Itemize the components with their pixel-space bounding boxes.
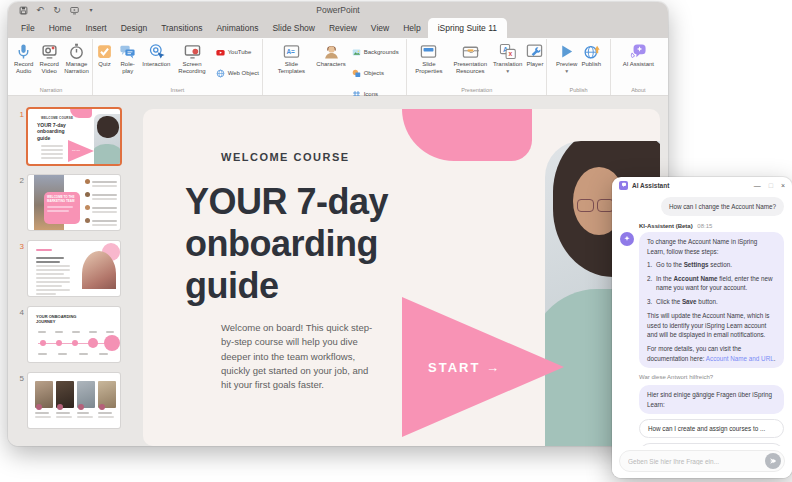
pink-text-box: WELCOME TO THE MARKETING TEAM <box>44 192 80 224</box>
group-label-narration: Narration <box>11 85 91 95</box>
maximize-icon[interactable]: □ <box>769 182 773 189</box>
minimize-icon[interactable]: — <box>754 182 761 189</box>
photo-cards <box>35 381 116 420</box>
desktop: ↶ ↻ ▾ PowerPoint File Home Insert Design… <box>0 0 792 482</box>
slide-properties-icon <box>420 42 437 60</box>
youtube-icon <box>216 43 225 61</box>
step-text: In the Account Name field, enter the new… <box>656 274 776 293</box>
slide-thumbnail-1[interactable]: WELCOME COURSE YOUR 7-day onboarding gui… <box>28 109 120 164</box>
translation-button[interactable]: Ax Translation ▼ <box>491 40 524 74</box>
ribbon: Record Audio Record Video Manage Narrati… <box>8 38 668 96</box>
assistant-message-row: To change the Account Name in iSpring Le… <box>620 232 784 368</box>
translation-dropdown-icon[interactable]: ▼ <box>505 69 510 74</box>
slide-properties-button[interactable]: Slide Properties <box>408 40 449 75</box>
slide-thumbnail-5[interactable] <box>28 373 120 428</box>
tab-review[interactable]: Review <box>322 18 364 38</box>
chat-input-pill[interactable] <box>619 450 785 472</box>
tab-transitions[interactable]: Transitions <box>154 18 209 38</box>
publish-button[interactable]: Publish <box>579 40 603 68</box>
quiz-check-icon <box>96 42 113 60</box>
youtube-button[interactable]: YouTube <box>216 43 259 61</box>
player-wrench-icon <box>526 42 543 60</box>
slide-thumbnail-2[interactable]: WELCOME TO THE MARKETING TEAM <box>28 175 120 230</box>
photo-glasses <box>577 199 614 212</box>
characters-button[interactable]: Characters <box>314 40 347 68</box>
interaction-button[interactable]: Interaction <box>140 40 172 68</box>
step-text: Go to the Settings section. <box>656 260 732 269</box>
objects-button[interactable]: Objects <box>352 64 399 82</box>
chat-transcript[interactable]: How can I change the Account Name? KI-As… <box>612 193 792 446</box>
send-button[interactable] <box>765 453 781 469</box>
ribbon-group-insert: Quiz Role-play Interaction Screen Record… <box>93 39 263 95</box>
presentation-resources-button[interactable]: Presentation Resources <box>450 40 491 75</box>
suggestions-intro-bubble: Hier sind einige gängige Fragen über iSp… <box>639 385 784 414</box>
group-label-publish: Publish <box>548 85 608 95</box>
chat-input[interactable] <box>628 458 765 465</box>
web-object-button[interactable]: Web Object <box>216 64 259 82</box>
slide-template-icon: A= <box>283 42 300 60</box>
tab-view[interactable]: View <box>364 18 396 38</box>
timeline-dot <box>104 335 120 351</box>
tab-ispring-suite[interactable]: iSpring Suite 11 <box>428 18 507 38</box>
send-arrow-icon <box>769 457 777 465</box>
tab-slide-show[interactable]: Slide Show <box>265 18 322 38</box>
microphone-icon <box>15 42 32 60</box>
backgrounds-button[interactable]: Backgrounds <box>352 43 399 61</box>
webcam-icon <box>41 42 58 60</box>
slide-thumbnail-4[interactable]: YOUR ONBOARDING JOURNEY <box>28 307 120 362</box>
ai-assistant-button[interactable]: AI Assistant <box>621 40 656 68</box>
record-video-button[interactable]: Record Video <box>36 40 62 75</box>
character-icon <box>323 42 340 60</box>
pink-blob-shape[interactable] <box>402 109 532 161</box>
start-arrow-shape[interactable]: START → <box>402 297 564 437</box>
text-line <box>38 329 114 335</box>
preview-dropdown-icon[interactable]: ▼ <box>564 69 569 74</box>
ai-titlebar: AI Assistant — □ × <box>612 177 792 193</box>
tab-insert[interactable]: Insert <box>78 18 113 38</box>
preview-button[interactable]: Preview ▼ <box>554 40 579 74</box>
ai-assistant-icon <box>630 42 647 60</box>
assistant-message-bubble: To change the Account Name in iSpring Le… <box>639 232 784 368</box>
message-timestamp: 08:15 <box>697 223 712 229</box>
start-button-label[interactable]: START → <box>428 360 501 375</box>
tab-help[interactable]: Help <box>396 18 427 38</box>
window-title: PowerPoint <box>8 2 668 18</box>
group-label-about: About <box>612 85 665 95</box>
feedback-question: War diese Antwort hilfreich? <box>639 374 784 380</box>
ai-avatar-sparkle-icon <box>620 232 634 246</box>
ai-assistant-window: AI Assistant — □ × How can I change the … <box>612 177 792 478</box>
group-label-insert: Insert <box>94 85 261 95</box>
user-message-bubble: How can I change the Account Name? <box>661 197 784 216</box>
slide-body-text[interactable]: Welcome on board! This quick step-by-ste… <box>221 321 373 392</box>
publish-globe-icon <box>583 42 600 60</box>
pink-blob-shape <box>70 109 92 118</box>
tab-animations[interactable]: Animations <box>209 18 265 38</box>
ribbon-group-presentation: Slide Properties Presentation Resources … <box>407 39 547 95</box>
timeline-dot <box>40 340 46 346</box>
slide-templates-button[interactable]: A= Slide Templates <box>268 40 314 75</box>
tab-home[interactable]: Home <box>42 18 79 38</box>
answer-more-details: For more details, you can visit the docu… <box>647 344 776 363</box>
text-line <box>36 247 52 253</box>
tab-design[interactable]: Design <box>114 18 154 38</box>
slide-eyebrow-text[interactable]: WELCOME COURSE <box>221 151 350 163</box>
slide-title-text[interactable]: YOUR 7-day onboarding guide <box>185 181 388 307</box>
tab-file[interactable]: File <box>14 18 42 38</box>
globe-icon <box>216 64 225 82</box>
screen-recording-button[interactable]: Screen Recording <box>172 40 211 75</box>
timeline-dot <box>88 338 98 348</box>
answer-step-3: 3. Click the Save button. <box>647 297 776 306</box>
quiz-button[interactable]: Quiz <box>94 40 115 68</box>
record-audio-button[interactable]: Record Audio <box>11 40 36 75</box>
player-button[interactable]: Player <box>524 40 545 68</box>
suggested-question-pill[interactable]: How can I create and assign courses to .… <box>639 419 784 438</box>
ai-window-title: AI Assistant <box>632 182 746 189</box>
assistant-meta: KI-Assistent (Beta) 08:15 <box>639 223 784 229</box>
step-text: Click the Save button. <box>656 297 718 306</box>
chat-input-zone <box>612 446 792 478</box>
close-icon[interactable]: × <box>781 182 785 189</box>
role-play-button[interactable]: Role-play <box>115 40 140 75</box>
manage-narration-button[interactable]: Manage Narration <box>62 40 91 75</box>
slide-thumbnail-3[interactable] <box>28 241 120 296</box>
documentation-link[interactable]: Account Name and URL <box>706 355 774 362</box>
